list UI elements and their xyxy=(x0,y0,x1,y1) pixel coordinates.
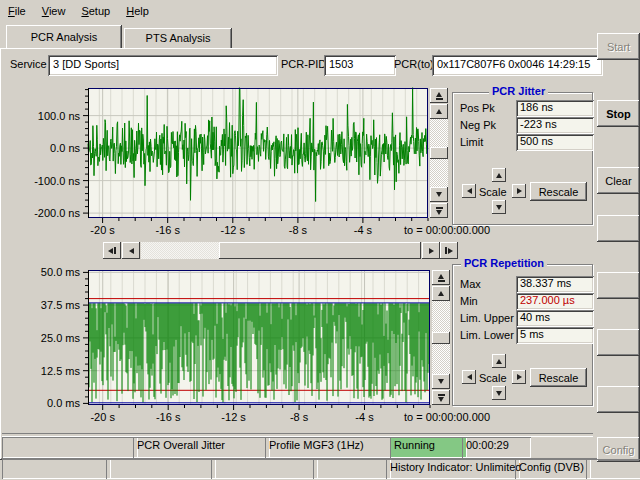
arrow-up-icon xyxy=(438,291,444,296)
arrow-left-icon xyxy=(108,248,113,254)
repetition-scale-left-button[interactable] xyxy=(462,370,476,384)
menu-item-help[interactable]: Help xyxy=(118,0,157,21)
jitter-scale-left-button[interactable] xyxy=(462,184,476,198)
history-scroll-right-button[interactable] xyxy=(422,242,440,259)
blank-button[interactable] xyxy=(597,386,640,413)
repetition-vertical-scrollbar-top-button[interactable] xyxy=(432,270,450,285)
jitter-vertical-scrollbar-thumb[interactable] xyxy=(430,147,448,159)
tab-label: PCR Analysis xyxy=(31,31,98,43)
status-cell-empty xyxy=(2,459,111,479)
jitter-vertical-scrollbar-track[interactable] xyxy=(430,119,448,187)
pcr-to-value: 0x117C807F6 0x0046 14:29:15 xyxy=(437,58,590,70)
bar-icon xyxy=(438,394,445,396)
history-scroll-far-right-button-icon xyxy=(445,247,453,254)
pcr-repetition-chart: 50.0 ms37.5 ms25.0 ms12.5 ms0.0 ms-20 s-… xyxy=(30,263,495,425)
bar-icon xyxy=(114,247,116,254)
jitter-vertical-scrollbar-top-button-icon xyxy=(436,92,443,100)
repetition-vertical-scrollbar-bottom-button[interactable] xyxy=(432,390,450,405)
repetition-vertical-scrollbar-up-button[interactable] xyxy=(432,286,450,301)
stop-button[interactable]: Stop xyxy=(597,100,640,127)
jitter-scale-right-button[interactable] xyxy=(512,184,526,198)
jitter-vertical-scrollbar-bottom-button[interactable] xyxy=(430,203,448,218)
y-tick-label: 0.0 ns xyxy=(50,142,80,154)
pcr-pid-field[interactable]: 1503 xyxy=(324,55,396,76)
x-tick-label: -20 s xyxy=(90,224,115,236)
jitter-neg-pk-field: -223 ns xyxy=(516,117,594,134)
jitter-pos-pk-field: 186 ns xyxy=(516,100,594,117)
jitter-vertical-scrollbar-up-button[interactable] xyxy=(430,104,448,119)
start-button[interactable]: Start xyxy=(597,33,640,60)
x-axis: -20 s-16 s-12 s-8 s-4 sto = 00:00:00.000 xyxy=(90,218,490,236)
repetition-min-label: Min xyxy=(460,295,478,307)
arrow-down-icon xyxy=(496,391,502,396)
y-tick-label: 50.0 ms xyxy=(41,266,81,278)
history-scroll-far-right-button[interactable] xyxy=(440,242,458,259)
menu-item-setup[interactable]: Setup xyxy=(73,0,118,21)
arrow-up-icon xyxy=(496,173,502,178)
arrow-right-icon xyxy=(429,248,434,254)
repetition-scale-label: Scale xyxy=(479,372,507,384)
status-cell-running: Running xyxy=(390,437,467,458)
pcr-jitter-panel-title: PCR Jitter xyxy=(489,85,548,97)
tab-pts-analysis[interactable]: PTS Analysis xyxy=(124,28,232,48)
status-cell-empty xyxy=(313,459,391,479)
tab-strip: PCR AnalysisPTS Analysis xyxy=(0,21,592,48)
history-scroll-far-left-button-icon xyxy=(108,247,116,254)
menu-item-view[interactable]: View xyxy=(34,0,74,21)
repetition-scale-up-button[interactable] xyxy=(492,354,506,368)
jitter-vertical-scrollbar-down-button[interactable] xyxy=(430,187,448,202)
arrow-up-icon xyxy=(496,359,502,364)
status-cell-history-indicator-unlimited: History Indicator: Unlimited xyxy=(386,459,520,479)
jitter-value: -223 ns xyxy=(520,119,590,130)
bar-icon xyxy=(445,247,447,254)
repetition-value: 5 ms xyxy=(520,329,590,340)
start-button-label: Start xyxy=(607,41,630,53)
repetition-rescale-button[interactable]: Rescale xyxy=(530,368,587,387)
blank-button[interactable] xyxy=(597,215,640,242)
menu-item-file[interactable]: File xyxy=(0,0,34,21)
clear-button[interactable]: Clear xyxy=(597,167,640,194)
jitter-rescale-button[interactable]: Rescale xyxy=(530,182,587,201)
repetition-vertical-scrollbar-down-button[interactable] xyxy=(432,374,450,389)
jitter-scale-up-button[interactable] xyxy=(492,168,506,182)
history-scroll-left-button-icon xyxy=(129,248,134,254)
bar-icon xyxy=(436,207,443,209)
bar-icon xyxy=(436,98,443,100)
stop-button-label: Stop xyxy=(606,108,630,120)
bar-icon xyxy=(438,280,445,282)
jitter-neg-pk-label: Neg Pk xyxy=(460,119,496,131)
repetition-vertical-scrollbar-thumb[interactable] xyxy=(432,332,450,344)
jitter-scale-down-button[interactable] xyxy=(492,200,506,214)
history-scroll-thumb[interactable] xyxy=(219,242,421,259)
y-tick-label: -100.0 ns xyxy=(34,175,80,187)
x-tick-label: -4 s xyxy=(355,411,374,423)
service-field[interactable]: 3 [DD Sports] xyxy=(48,55,278,76)
status-cell-pcr-overall-jitter: PCR Overall Jitter xyxy=(133,437,270,458)
repetition-scale-down-button[interactable] xyxy=(492,386,506,400)
arrow-left-icon xyxy=(467,188,472,194)
tab-pcr-analysis[interactable]: PCR Analysis xyxy=(6,25,122,48)
jitter-scale-label: Scale xyxy=(479,186,507,198)
x-tick-label: -12 s xyxy=(221,224,246,236)
pcr-repetition-panel-title: PCR Repetition xyxy=(461,257,547,269)
status-cell-config-dvb-: Config (DVB) xyxy=(515,459,591,479)
jitter-vertical-scrollbar-top-button[interactable] xyxy=(430,88,448,103)
x-tick-label: -4 s xyxy=(354,224,373,236)
history-scroll-right-button-icon xyxy=(429,248,434,254)
repetition-lim-upper-field: 40 ms xyxy=(516,310,594,327)
repetition-lim-upper-label: Lim. Upper xyxy=(460,312,514,324)
jitter-limit-field: 500 ns xyxy=(516,134,594,151)
history-scroll-left-button[interactable] xyxy=(122,242,140,259)
repetition-scale-right-button[interactable] xyxy=(512,370,526,384)
history-scroll-page-area[interactable] xyxy=(141,242,219,259)
history-scroll-far-left-button[interactable] xyxy=(103,242,121,259)
jitter-vertical-scrollbar-up-button-icon xyxy=(436,109,442,114)
status-cell-profile-mgf3-1hz-: Profile MGF3 (1Hz) xyxy=(265,437,395,458)
pcr-jitter-chart: 100.0 ns0.0 ns-100.0 ns-200.0 ns-20 s-16… xyxy=(30,85,495,242)
status-cell-empty xyxy=(211,459,318,479)
repetition-vertical-scrollbar-track[interactable] xyxy=(432,301,450,374)
blank-button[interactable] xyxy=(597,272,640,299)
blank-button[interactable] xyxy=(597,329,640,356)
y-tick-label: 37.5 ms xyxy=(41,299,81,311)
y-tick-label: 100.0 ns xyxy=(38,110,81,122)
